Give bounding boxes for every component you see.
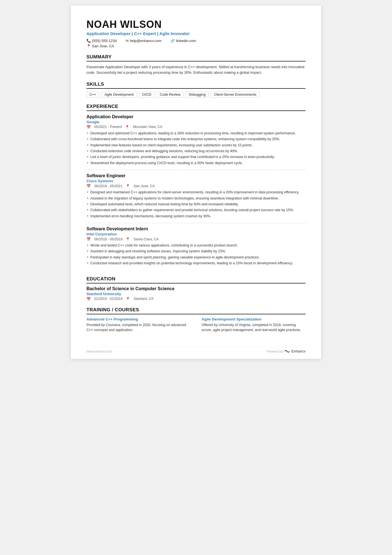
education-section: EDUCATION Bachelor of Science in Compute… bbox=[86, 276, 306, 301]
job-block: Application DeveloperGoogle📅05/2021 - Pr… bbox=[86, 114, 306, 170]
edu-school: Stanford University bbox=[86, 292, 306, 296]
skill-tag: Client-Server Environments bbox=[211, 92, 259, 98]
enhancv-logo-icon bbox=[284, 349, 291, 353]
job-title: Software Engineer bbox=[86, 173, 306, 178]
experience-title: EXPERIENCE bbox=[86, 104, 306, 111]
edu-location-icon: 📍 bbox=[126, 297, 130, 301]
job-dates: 06/2018 - 05/2019 bbox=[94, 237, 122, 241]
edu-dates: 01/2015 - 01/2019 bbox=[94, 297, 122, 301]
training-item-desc: Offered by University of Virginia, compl… bbox=[202, 322, 306, 333]
list-item: Designed and maintained C++ applications… bbox=[86, 190, 306, 195]
experience-section: EXPERIENCE Application DeveloperGoogle📅0… bbox=[86, 104, 306, 270]
calendar-icon: 📅 bbox=[86, 125, 91, 129]
training-item-desc: Provided by Coursera, completed in 2020,… bbox=[86, 322, 190, 333]
skill-tag: C++ bbox=[86, 92, 99, 98]
training-title: TRAINING / COURSES bbox=[86, 307, 306, 314]
list-item: Streamlined the deployment process using… bbox=[86, 161, 306, 166]
summary-section: SUMMARY Passionate Application Developer… bbox=[86, 54, 306, 75]
email-contact: ✉ help@enhancv.com bbox=[126, 39, 162, 43]
training-grid: Advanced C++ ProgrammingProvided by Cour… bbox=[86, 317, 306, 333]
skill-tag: CI/CD bbox=[139, 92, 155, 98]
edu-location: Stanford, CA bbox=[133, 297, 153, 301]
pin-icon: 📍 bbox=[125, 125, 130, 129]
summary-title: SUMMARY bbox=[86, 54, 306, 61]
training-item-title: Agile Development Specialization bbox=[202, 317, 306, 321]
enhancv-logo: Enhancv bbox=[284, 349, 306, 353]
training-section: TRAINING / COURSES Advanced C++ Programm… bbox=[86, 307, 306, 333]
job-location: San Jose, CA bbox=[133, 184, 155, 188]
linkedin-contact: 🔗 linkedin.com bbox=[170, 39, 196, 43]
bullet-list: Wrote and tested C++ code for various ap… bbox=[86, 243, 306, 266]
skill-tag: Code Review bbox=[157, 92, 183, 98]
education-title: EDUCATION bbox=[86, 276, 306, 283]
list-item: Developed automated tests, which reduced… bbox=[86, 202, 306, 207]
job-dates: 05/2021 - Present bbox=[94, 125, 122, 129]
edu-calendar-icon: 📅 bbox=[86, 297, 91, 301]
phone-contact: 📞 (555) 555-1234 bbox=[86, 39, 117, 43]
company-name: Cisco Systems bbox=[86, 179, 306, 183]
job-meta: 📅06/2019 - 05/2021📍San Jose, CA bbox=[86, 184, 306, 188]
location-icon: 📍 bbox=[86, 44, 91, 48]
job-title: Application Developer bbox=[86, 114, 306, 119]
powered-by-text: Powered by bbox=[267, 350, 283, 353]
footer: www.enhancv.com Powered by Enhancv bbox=[86, 347, 306, 353]
job-dates: 06/2019 - 05/2021 bbox=[94, 184, 122, 188]
pin-icon: 📍 bbox=[126, 237, 130, 241]
list-item: Assisted in debugging and resolving soft… bbox=[86, 249, 306, 254]
list-item: Assisted in the migration of legacy syst… bbox=[86, 196, 306, 201]
candidate-title: Application Developer | C++ Expert | Agi… bbox=[86, 31, 306, 36]
location-contact: 📍 San Jose, CA bbox=[86, 44, 114, 48]
company-name: Google bbox=[86, 120, 306, 124]
list-item: Conducted extensive code reviews and deb… bbox=[86, 149, 306, 154]
footer-right: Powered by Enhancv bbox=[267, 349, 306, 353]
list-item: Implemented error-handling mechanisms, d… bbox=[86, 214, 306, 219]
enhancv-brand-name: Enhancv bbox=[291, 349, 306, 353]
jobs-container: Application DeveloperGoogle📅05/2021 - Pr… bbox=[86, 114, 306, 270]
list-item: Wrote and tested C++ code for various ap… bbox=[86, 243, 306, 248]
skills-list: C++Agile DevelopmentCI/CDCode ReviewDebu… bbox=[86, 92, 306, 98]
list-item: Led a team of junior developers, providi… bbox=[86, 154, 306, 160]
list-item: Developed and optimized C++ applications… bbox=[86, 131, 306, 136]
candidate-name: NOAH WILSON bbox=[86, 19, 306, 30]
job-location: Mountain View, CA bbox=[133, 125, 162, 129]
email-icon: ✉ bbox=[126, 39, 129, 43]
pin-icon: 📍 bbox=[126, 184, 130, 188]
edu-degree: Bachelor of Science in Computer Science bbox=[86, 286, 306, 291]
company-name: Intel Corporation bbox=[86, 232, 306, 236]
contact-row-2: 📍 San Jose, CA bbox=[86, 44, 306, 48]
job-meta: 📅06/2018 - 05/2019📍Santa Clara, CA bbox=[86, 237, 306, 241]
resume-page: NOAH WILSON Application Developer | C++ … bbox=[71, 6, 321, 359]
list-item: Collaborated with cross-functional teams… bbox=[86, 137, 306, 142]
footer-website: www.enhancv.com bbox=[86, 350, 112, 353]
skill-tag: Agile Development bbox=[101, 92, 137, 98]
list-item: Collaborated with stakeholders to gather… bbox=[86, 208, 306, 213]
list-item: Implemented new features based on client… bbox=[86, 143, 306, 148]
training-item: Agile Development SpecializationOffered … bbox=[202, 317, 306, 333]
link-icon: 🔗 bbox=[170, 39, 175, 43]
calendar-icon: 📅 bbox=[86, 184, 91, 188]
list-item: Participated in daily standups and sprin… bbox=[86, 255, 306, 260]
phone-icon: 📞 bbox=[86, 39, 91, 43]
list-item: Conducted research and provided insights… bbox=[86, 261, 306, 266]
skills-section: SKILLS C++Agile DevelopmentCI/CDCode Rev… bbox=[86, 82, 306, 98]
skills-title: SKILLS bbox=[86, 82, 306, 89]
job-title: Software Development Intern bbox=[86, 226, 306, 231]
job-meta: 📅05/2021 - Present📍Mountain View, CA bbox=[86, 125, 306, 129]
edu-meta: 📅 01/2015 - 01/2019 📍 Stanford, CA bbox=[86, 297, 306, 301]
summary-text: Passionate Application Developer with 3 … bbox=[86, 64, 306, 75]
job-block: Software EngineerCisco Systems📅06/2019 -… bbox=[86, 173, 306, 223]
training-item-title: Advanced C++ Programming bbox=[86, 317, 190, 321]
job-block: Software Development InternIntel Corpora… bbox=[86, 226, 306, 270]
bullet-list: Developed and optimized C++ applications… bbox=[86, 131, 306, 166]
bullet-list: Designed and maintained C++ applications… bbox=[86, 190, 306, 219]
skill-tag: Debugging bbox=[186, 92, 209, 98]
calendar-icon: 📅 bbox=[86, 237, 91, 241]
training-item: Advanced C++ ProgrammingProvided by Cour… bbox=[86, 317, 190, 333]
contact-row-1: 📞 (555) 555-1234 ✉ help@enhancv.com 🔗 li… bbox=[86, 39, 306, 43]
job-location: Santa Clara, CA bbox=[133, 237, 158, 241]
header: NOAH WILSON Application Developer | C++ … bbox=[86, 19, 306, 48]
